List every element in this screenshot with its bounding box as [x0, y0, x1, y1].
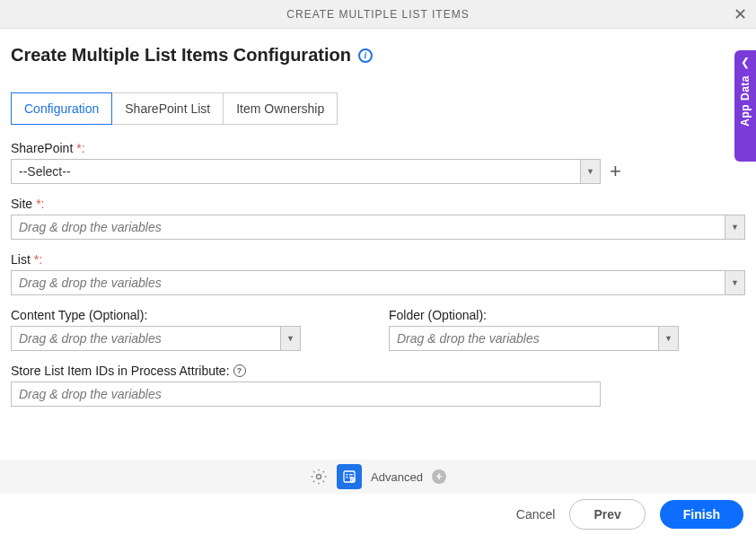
chevron-down-icon[interactable]: ▼ — [280, 327, 300, 350]
field-site: Site *: Drag & drop the variables ▼ — [11, 197, 745, 240]
label-folder: Folder (Optional): — [389, 308, 745, 322]
advanced-label: Advanced — [371, 470, 423, 484]
finish-button[interactable]: Finish — [660, 500, 743, 529]
dialog-title: CREATE MULTIPLE LIST ITEMS — [286, 8, 469, 21]
chevron-down-icon[interactable]: ▼ — [580, 160, 600, 183]
field-store-ids: Store List Item IDs in Process Attribute… — [11, 364, 745, 407]
close-icon[interactable]: ✕ — [734, 4, 747, 24]
folder-placeholder: Drag & drop the variables — [390, 327, 658, 350]
folder-input[interactable]: Drag & drop the variables ▼ — [389, 326, 679, 351]
toolbar: Advanced + — [0, 460, 756, 494]
field-folder: Folder (Optional): Drag & drop the varia… — [389, 308, 745, 351]
two-col-row: Content Type (Optional): Drag & drop the… — [11, 308, 745, 351]
label-store-ids: Store List Item IDs in Process Attribute… — [11, 364, 745, 378]
chevron-left-icon: ❯ — [741, 57, 750, 70]
cancel-button[interactable]: Cancel — [516, 507, 556, 522]
dialog-content: Create Multiple List Items Configuration… — [0, 29, 756, 407]
field-list: List *: Drag & drop the variables ▼ — [11, 252, 745, 295]
label-list: List *: — [11, 252, 745, 267]
tab-configuration[interactable]: Configuration — [11, 92, 112, 125]
field-sharepoint: SharePoint *: --Select-- ▼ + — [11, 141, 745, 184]
chevron-down-icon[interactable]: ▼ — [658, 327, 678, 350]
help-icon[interactable]: ? — [233, 364, 246, 377]
list-input[interactable]: Drag & drop the variables ▼ — [11, 270, 745, 295]
field-content-type: Content Type (Optional): Drag & drop the… — [11, 308, 367, 351]
form-icon[interactable] — [337, 464, 362, 489]
required-marker: *: — [34, 252, 42, 267]
site-placeholder: Drag & drop the variables — [12, 215, 725, 239]
content-type-input[interactable]: Drag & drop the variables ▼ — [11, 326, 301, 351]
chevron-down-icon[interactable]: ▼ — [725, 215, 744, 239]
page-title: Create Multiple List Items Configuration — [11, 45, 351, 66]
add-sharepoint-button[interactable]: + — [610, 160, 621, 183]
tab-sharepoint-list[interactable]: SharePoint List — [111, 92, 224, 125]
sharepoint-select-value: --Select-- — [12, 160, 580, 183]
tabs: Configuration SharePoint List Item Owner… — [11, 92, 745, 125]
gear-icon[interactable] — [310, 468, 328, 486]
svg-point-0 — [317, 475, 321, 479]
list-placeholder: Drag & drop the variables — [12, 271, 725, 294]
tab-item-ownership[interactable]: Item Ownership — [223, 92, 338, 125]
label-content-type: Content Type (Optional): — [11, 308, 367, 322]
app-data-panel-toggle[interactable]: ❯ App Data — [734, 50, 756, 162]
prev-button[interactable]: Prev — [569, 499, 645, 530]
footer: Cancel Prev Finish — [0, 494, 756, 535]
required-marker: *: — [36, 197, 44, 211]
info-icon[interactable]: i — [358, 48, 373, 63]
content-type-placeholder: Drag & drop the variables — [12, 327, 280, 350]
label-sharepoint: SharePoint *: — [11, 141, 745, 155]
dialog-header: CREATE MULTIPLE LIST ITEMS ✕ — [0, 0, 756, 29]
chevron-down-icon[interactable]: ▼ — [725, 271, 744, 294]
required-marker: *: — [76, 141, 84, 155]
page-title-row: Create Multiple List Items Configuration… — [11, 45, 745, 66]
app-data-label: App Data — [739, 75, 752, 127]
site-input[interactable]: Drag & drop the variables ▼ — [11, 215, 745, 240]
label-site: Site *: — [11, 197, 745, 211]
sharepoint-select[interactable]: --Select-- ▼ — [11, 159, 601, 184]
plus-circle-icon[interactable]: + — [432, 469, 446, 484]
store-ids-input[interactable]: Drag & drop the variables — [11, 382, 601, 407]
